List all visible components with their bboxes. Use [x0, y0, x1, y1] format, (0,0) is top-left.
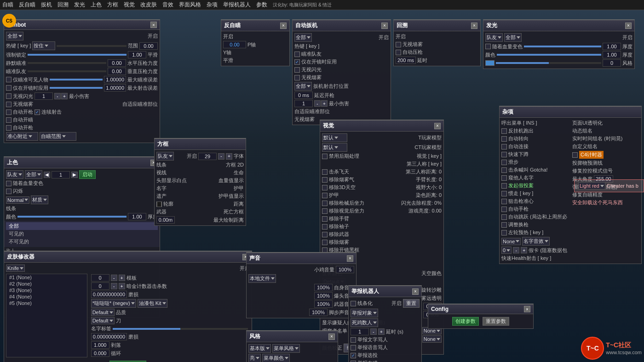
- aimbot-range-dropdown[interactable]: 自瞄范围: [40, 132, 76, 141]
- visual-shield-check[interactable]: [322, 193, 328, 198]
- aimbot-flash-plus[interactable]: +: [61, 93, 68, 99]
- skin-header[interactable]: 皮肤修改器 ×: [4, 252, 252, 263]
- config-header[interactable]: Config ×: [428, 305, 533, 314]
- aimbot-press-dropdown[interactable]: 按住: [32, 41, 55, 50]
- glow-header[interactable]: 发光 ×: [483, 20, 634, 31]
- report-dead-drop[interactable]: 死鸡数人: [351, 318, 378, 327]
- aimbot-scope-check[interactable]: [6, 85, 12, 91]
- report-voice-check[interactable]: [351, 345, 356, 351]
- menu-item-style[interactable]: 界面风格: [179, 1, 201, 9]
- visual-3d-check[interactable]: [322, 185, 328, 190]
- chams-prev[interactable]: ◀: [44, 172, 50, 178]
- visual-close[interactable]: ×: [434, 123, 441, 129]
- skin-item-1[interactable]: #1 (None): [6, 274, 87, 281]
- menu-item-aimbot[interactable]: 自瞄: [2, 1, 13, 9]
- report-plus[interactable]: +: [378, 328, 385, 335]
- style-menu-drop[interactable]: 菜单风格: [272, 344, 300, 353]
- misc-spec-check[interactable]: [501, 199, 507, 204]
- autofire-friend-check[interactable]: [294, 52, 300, 57]
- glow-team-dropdown[interactable]: 队友: [485, 33, 503, 42]
- misc-launch-check[interactable]: [501, 183, 507, 189]
- autofire-minus[interactable]: -: [314, 100, 321, 107]
- aimbot-nearest-dropdown[interactable]: 准心附近: [6, 132, 38, 141]
- report-afk-check[interactable]: [351, 361, 356, 362]
- aimbot-autoswitch-check[interactable]: [6, 117, 12, 123]
- menu-item-backtrack[interactable]: 回溯: [58, 1, 69, 9]
- skin-kit-drop[interactable]: 油漆包 Kit: [138, 299, 167, 308]
- config-close[interactable]: ×: [524, 306, 530, 312]
- aimbot-visible-check[interactable]: [6, 77, 12, 82]
- chams-list-visible[interactable]: 可见的: [6, 230, 158, 238]
- backtrack-header[interactable]: 回溯 ×: [394, 20, 480, 31]
- misc-none-drop[interactable]: None: [501, 238, 521, 245]
- skin-kill-plus[interactable]: +: [119, 283, 125, 289]
- aimbot-burst-check[interactable]: [34, 109, 40, 115]
- config-create-btn[interactable]: 创建参数: [452, 317, 479, 326]
- skin-item-5[interactable]: #5 (None): [6, 300, 87, 306]
- visual-weapon-check[interactable]: [322, 232, 328, 237]
- misc-0-drop[interactable]: 0: [501, 247, 512, 254]
- menu-item-glow[interactable]: 发光: [74, 1, 85, 9]
- aimbot-autowall-check[interactable]: [6, 125, 12, 131]
- chams-header[interactable]: 上色 ×: [4, 157, 160, 168]
- misc-namesound-drop[interactable]: 名字音效: [522, 237, 550, 246]
- glow-color-swatch[interactable]: [485, 60, 494, 66]
- backtrack-autopressure-check[interactable]: [396, 50, 401, 55]
- menu-item-params[interactable]: 参数: [256, 1, 267, 9]
- visual-disabled-check[interactable]: [322, 154, 328, 159]
- menu-item-box[interactable]: 方框: [107, 1, 118, 9]
- visual-kill-check[interactable]: [322, 169, 328, 175]
- chams-normal-dropdown[interactable]: Normal: [6, 196, 29, 204]
- glow-blood-check[interactable]: [485, 44, 491, 49]
- misc-peek-check[interactable]: [501, 175, 507, 181]
- autofire-scope-check[interactable]: [294, 59, 300, 65]
- menu-item-misc[interactable]: 杂项: [207, 1, 218, 9]
- backtrack-noclip-check[interactable]: [396, 42, 401, 47]
- visual-arm-check[interactable]: [322, 216, 328, 222]
- chams-next[interactable]: ▶: [71, 172, 78, 178]
- skin-tmpl-minus[interactable]: -: [111, 275, 117, 281]
- menu-item-visual[interactable]: 视觉: [124, 1, 135, 9]
- report-vote-check[interactable]: [351, 353, 356, 358]
- misc-inertia-check[interactable]: [501, 191, 507, 196]
- misc-killsay-check[interactable]: [501, 167, 507, 173]
- report-target-drop[interactable]: 举报对象: [351, 309, 378, 317]
- misc-autoturn-check[interactable]: [501, 136, 507, 142]
- style-color-drop[interactable]: 菜单颜色: [262, 354, 290, 362]
- aimbot-smoke-check[interactable]: [6, 102, 12, 107]
- skin-tmpl-plus[interactable]: +: [119, 275, 125, 281]
- misc-autopower-check[interactable]: [501, 214, 507, 220]
- menu-item-skin[interactable]: 改皮肤: [140, 1, 157, 9]
- visual-default-drop[interactable]: 默认: [322, 133, 347, 142]
- glow-all-dropdown[interactable]: 全部: [504, 33, 522, 42]
- chams-blood-check[interactable]: [6, 181, 12, 186]
- aimbot-header[interactable]: Aimbot ×: [4, 20, 160, 30]
- autofire-team-dropdown[interactable]: 全部: [294, 33, 312, 42]
- autofire-close[interactable]: ×: [381, 23, 388, 29]
- misc-c4-check[interactable]: [572, 152, 578, 158]
- skin-knife2-drop[interactable]: Default: [91, 317, 115, 324]
- style-basic-drop[interactable]: 基本版: [248, 344, 271, 353]
- skin-item-3[interactable]: #3 (None): [6, 287, 87, 293]
- box-minus[interactable]: -: [218, 153, 224, 160]
- sound-local-drop[interactable]: 本地文件: [248, 274, 276, 283]
- chams-team-dropdown[interactable]: 队友: [6, 170, 23, 179]
- skin-quality-drop[interactable]: Default: [91, 309, 115, 316]
- misc-minus[interactable]: -: [513, 247, 519, 253]
- menu-item-antiaim[interactable]: 反自瞄: [19, 1, 35, 9]
- misc-leftpreheat-check[interactable]: [501, 230, 507, 236]
- visual-viewrecoil-check[interactable]: [322, 208, 328, 214]
- misc-antirecord-check[interactable]: [501, 128, 507, 134]
- aimbot-autofire-check[interactable]: [6, 109, 12, 115]
- sound-close[interactable]: ×: [347, 255, 353, 262]
- chams-material-dropdown[interactable]: 材质: [31, 195, 48, 204]
- sound-header[interactable]: 声音 ×: [247, 253, 356, 264]
- skin-item-4[interactable]: #4 (None): [6, 293, 87, 300]
- box-header[interactable]: 方框: [155, 139, 246, 150]
- chams-list-invisible[interactable]: 不可见的: [6, 238, 158, 246]
- misc-autoconnect-check[interactable]: [501, 144, 507, 149]
- config-reset-btn[interactable]: 重置参数: [483, 317, 509, 326]
- visual-none4-drop[interactable]: None: [422, 335, 442, 343]
- menu-item-report[interactable]: 举报机器人: [223, 1, 251, 9]
- report-minus[interactable]: -: [370, 328, 377, 335]
